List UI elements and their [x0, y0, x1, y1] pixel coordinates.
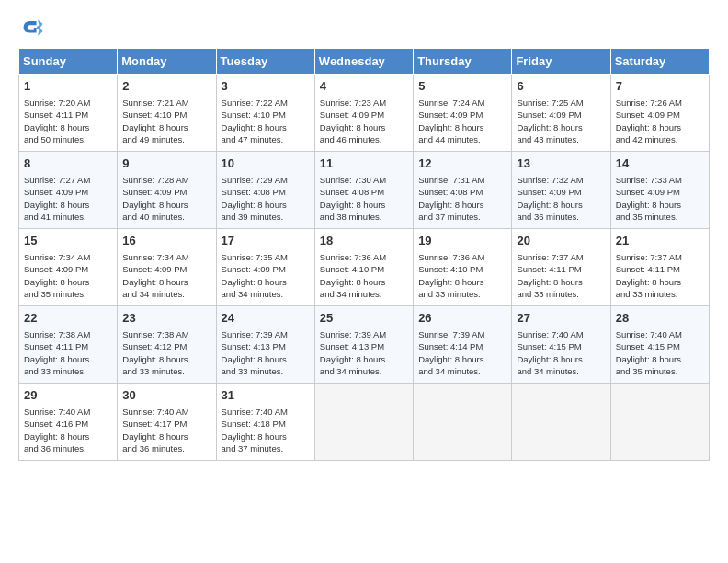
calendar-day-cell: 31Sunrise: 7:40 AMSunset: 4:18 PMDayligh… [216, 384, 314, 461]
calendar-day-cell: 23Sunrise: 7:38 AMSunset: 4:12 PMDayligh… [118, 306, 216, 384]
day-number: 13 [517, 155, 606, 172]
day-info-line: and 33 minutes. [222, 365, 311, 377]
day-number: 7 [616, 78, 705, 95]
day-info-line: Sunset: 4:09 PM [616, 186, 705, 198]
day-number: 16 [122, 233, 211, 249]
day-info-line: Sunset: 4:08 PM [222, 186, 311, 198]
day-info-line: Daylight: 8 hours [122, 121, 211, 133]
day-info-line: Sunrise: 7:26 AM [616, 97, 705, 109]
day-number: 18 [320, 233, 409, 249]
calendar-day-cell [610, 384, 709, 461]
logo-icon [18, 15, 44, 40]
day-of-week-header: Sunday [19, 49, 118, 75]
day-info-line: Sunset: 4:11 PM [616, 263, 705, 275]
day-number: 22 [24, 310, 113, 327]
calendar-day-cell: 19Sunrise: 7:36 AMSunset: 4:10 PMDayligh… [414, 229, 512, 306]
day-info-line: Sunrise: 7:39 AM [418, 328, 507, 340]
day-info-line: Daylight: 8 hours [517, 353, 606, 365]
day-info-line: Daylight: 8 hours [24, 276, 113, 288]
day-info-line: Sunset: 4:10 PM [122, 109, 211, 121]
day-info-line: Sunset: 4:09 PM [122, 263, 211, 275]
day-of-week-header: Friday [512, 49, 610, 75]
day-info-line: Daylight: 8 hours [418, 121, 507, 133]
calendar-week-row: 22Sunrise: 7:38 AMSunset: 4:11 PMDayligh… [19, 306, 710, 384]
day-info-line: Sunrise: 7:28 AM [122, 174, 211, 186]
calendar-day-cell: 26Sunrise: 7:39 AMSunset: 4:14 PMDayligh… [414, 306, 512, 384]
day-info-line: Sunset: 4:09 PM [24, 186, 113, 198]
day-info-line: Sunrise: 7:38 AM [24, 328, 113, 340]
day-info-line: Sunrise: 7:39 AM [222, 328, 311, 340]
day-info-line: and 33 minutes. [517, 288, 606, 300]
day-number: 21 [616, 233, 705, 249]
calendar-day-cell: 12Sunrise: 7:31 AMSunset: 4:08 PMDayligh… [414, 152, 512, 229]
day-number: 4 [320, 78, 409, 95]
day-info-line: Sunset: 4:10 PM [418, 263, 507, 275]
day-info-line: Sunset: 4:15 PM [517, 340, 606, 352]
day-info-line: Sunset: 4:17 PM [122, 418, 211, 430]
day-info-line: Sunset: 4:09 PM [122, 186, 211, 198]
day-info-line: Sunrise: 7:32 AM [517, 174, 606, 186]
day-number: 2 [122, 78, 211, 95]
day-info-line: Daylight: 8 hours [24, 431, 113, 442]
day-info-line: Sunset: 4:11 PM [24, 109, 113, 121]
day-number: 20 [517, 233, 606, 249]
day-info-line: Sunset: 4:09 PM [517, 109, 606, 121]
day-number: 3 [222, 78, 311, 95]
day-info-line: Sunrise: 7:36 AM [320, 251, 409, 263]
day-number: 26 [418, 310, 507, 327]
day-info-line: Sunrise: 7:40 AM [517, 328, 606, 340]
day-info-line: and 37 minutes. [222, 442, 311, 454]
day-info-line: Sunrise: 7:27 AM [24, 174, 113, 186]
day-info-line: Daylight: 8 hours [517, 199, 606, 211]
day-info-line: Daylight: 8 hours [122, 353, 211, 365]
calendar-day-cell: 6Sunrise: 7:25 AMSunset: 4:09 PMDaylight… [512, 75, 610, 152]
day-number: 23 [122, 310, 211, 327]
day-info-line: Daylight: 8 hours [418, 199, 507, 211]
day-number: 5 [418, 78, 507, 95]
day-info-line: Sunset: 4:09 PM [616, 109, 705, 121]
days-of-week-row: SundayMondayTuesdayWednesdayThursdayFrid… [19, 49, 710, 75]
calendar-day-cell: 14Sunrise: 7:33 AMSunset: 4:09 PMDayligh… [610, 152, 709, 229]
day-info-line: Daylight: 8 hours [320, 121, 409, 133]
page: SundayMondayTuesdayWednesdayThursdayFrid… [0, 0, 728, 563]
day-info-line: and 36 minutes. [122, 442, 211, 454]
day-info-line: Daylight: 8 hours [616, 276, 705, 288]
day-info-line: Sunset: 4:15 PM [616, 340, 705, 352]
day-info-line: Daylight: 8 hours [222, 276, 311, 288]
day-info-line: and 41 minutes. [24, 211, 113, 223]
day-info-line: Sunset: 4:11 PM [24, 340, 113, 352]
calendar-day-cell [414, 384, 512, 461]
day-info-line: Daylight: 8 hours [222, 121, 311, 133]
day-info-line: Sunrise: 7:31 AM [418, 174, 507, 186]
calendar-day-cell: 25Sunrise: 7:39 AMSunset: 4:13 PMDayligh… [314, 306, 413, 384]
day-number: 19 [418, 233, 507, 249]
day-info-line: Sunrise: 7:22 AM [222, 97, 311, 109]
calendar-day-cell: 7Sunrise: 7:26 AMSunset: 4:09 PMDaylight… [610, 75, 709, 152]
day-info-line: Sunrise: 7:39 AM [320, 328, 409, 340]
day-info-line: Sunrise: 7:24 AM [418, 97, 507, 109]
day-info-line: Sunset: 4:13 PM [222, 340, 311, 352]
day-info-line: Daylight: 8 hours [222, 199, 311, 211]
day-info-line: Daylight: 8 hours [24, 199, 113, 211]
day-number: 15 [24, 233, 113, 249]
day-info-line: Sunrise: 7:33 AM [616, 174, 705, 186]
day-info-line: Sunrise: 7:38 AM [122, 328, 211, 340]
day-info-line: and 46 minutes. [320, 133, 409, 145]
day-info-line: Daylight: 8 hours [517, 276, 606, 288]
day-info-line: Sunrise: 7:30 AM [320, 174, 409, 186]
day-number: 27 [517, 310, 606, 327]
calendar-day-cell: 22Sunrise: 7:38 AMSunset: 4:11 PMDayligh… [19, 306, 118, 384]
logo [18, 15, 48, 40]
day-info-line: and 40 minutes. [122, 211, 211, 223]
day-info-line: and 34 minutes. [320, 288, 409, 300]
day-info-line: Daylight: 8 hours [320, 199, 409, 211]
day-info-line: Daylight: 8 hours [616, 199, 705, 211]
day-info-line: Daylight: 8 hours [122, 276, 211, 288]
day-info-line: Sunset: 4:09 PM [418, 109, 507, 121]
day-number: 8 [24, 155, 113, 172]
day-number: 10 [222, 155, 311, 172]
day-info-line: Daylight: 8 hours [320, 276, 409, 288]
day-info-line: and 33 minutes. [616, 288, 705, 300]
day-number: 29 [24, 387, 113, 404]
day-info-line: and 42 minutes. [616, 133, 705, 145]
